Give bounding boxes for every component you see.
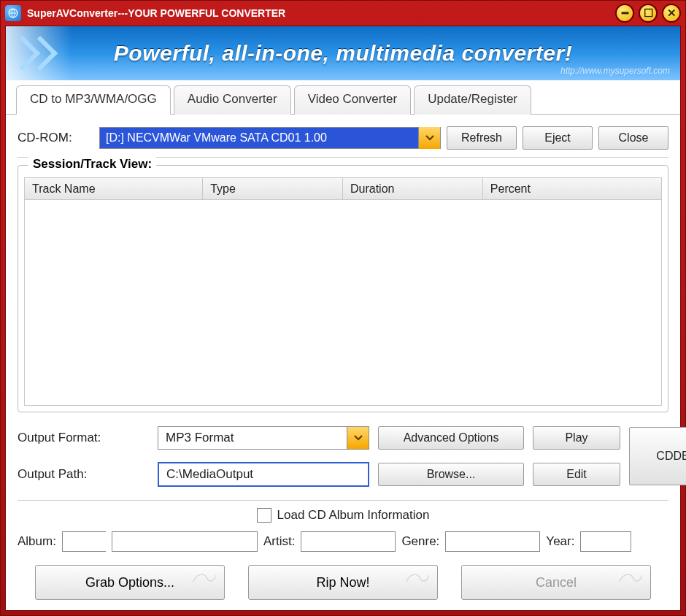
refresh-button[interactable]: Refresh — [447, 126, 517, 150]
banner-url: http://www.mysupersoft.com — [560, 66, 670, 76]
load-album-row: Load CD Album Information — [18, 508, 668, 523]
album-info-row: Album: Artist: Genre: Year: — [18, 531, 668, 552]
rip-now-label: Rip Now! — [316, 575, 369, 590]
swirl-icon — [405, 570, 430, 585]
window-controls: ━ ☐ ✕ — [615, 4, 681, 23]
track-table-body[interactable] — [25, 200, 661, 405]
output-format-select[interactable]: MP3 Format — [158, 426, 369, 450]
output-format-label: Output Format: — [18, 431, 149, 445]
play-button[interactable]: Play — [533, 426, 620, 450]
grab-options-label: Grab Options... — [85, 575, 174, 590]
close-window-button[interactable]: ✕ — [662, 4, 681, 23]
app-icon — [5, 5, 21, 21]
rip-now-button[interactable]: Rip Now! — [248, 565, 438, 600]
browse-button[interactable]: Browse... — [378, 463, 524, 486]
close-tray-button[interactable]: Close — [598, 126, 668, 150]
col-type[interactable]: Type — [203, 178, 343, 199]
session-track-title: Session/Track View: — [28, 157, 156, 172]
album-label: Album: — [18, 534, 56, 549]
content-area: Powerful, all-in-one, multimedia convert… — [5, 26, 681, 611]
cdrom-selected-value: [D:] NECVMWar VMware SATA CD01 1.00 — [100, 128, 418, 148]
cancel-button[interactable]: Cancel — [461, 565, 651, 600]
cdrom-dropdown-button[interactable] — [418, 127, 440, 149]
app-window: SuperAVConverter---YOUR POWERFUL CONVERT… — [0, 0, 686, 616]
titlebar[interactable]: SuperAVConverter---YOUR POWERFUL CONVERT… — [1, 1, 685, 26]
restore-button[interactable]: ☐ — [639, 4, 658, 23]
output-options: Output Format: MP3 Format Advanced Optio… — [18, 423, 668, 490]
output-path-label: Output Path: — [18, 467, 149, 482]
cd-panel: CD-ROM: [D:] NECVMWar VMware SATA CD01 1… — [6, 115, 680, 610]
minimize-button[interactable]: ━ — [615, 4, 634, 23]
year-input[interactable] — [580, 531, 631, 552]
load-album-label: Load CD Album Information — [277, 508, 430, 523]
window-title: SuperAVConverter---YOUR POWERFUL CONVERT… — [27, 7, 615, 19]
bottom-button-row: Grab Options... Rip Now! Cancel — [18, 565, 668, 600]
chevron-down-icon — [354, 435, 363, 441]
swirl-icon — [618, 570, 643, 585]
banner-chevrons-icon — [6, 26, 72, 80]
separator — [18, 500, 668, 501]
advanced-options-button[interactable]: Advanced Options — [378, 426, 524, 450]
year-label: Year: — [546, 534, 574, 549]
cdrom-row: CD-ROM: [D:] NECVMWar VMware SATA CD01 1… — [18, 122, 668, 158]
genre-input[interactable] — [445, 531, 540, 552]
tab-cd-to-mp3[interactable]: CD to MP3/WMA/OGG — [16, 85, 171, 115]
eject-button[interactable]: Eject — [523, 126, 593, 150]
artist-label: Artist: — [263, 534, 295, 549]
output-format-value: MP3 Format — [158, 427, 347, 449]
tab-audio-converter[interactable]: Audio Converter — [174, 85, 291, 115]
col-percent[interactable]: Percent — [483, 178, 661, 199]
cancel-label: Cancel — [536, 575, 577, 590]
output-format-dropdown-button[interactable] — [347, 427, 369, 449]
load-album-checkbox[interactable] — [257, 508, 271, 523]
track-table: Track Name Type Duration Percent — [24, 177, 662, 406]
track-table-header: Track Name Type Duration Percent — [25, 178, 661, 200]
banner: Powerful, all-in-one, multimedia convert… — [6, 26, 680, 80]
tab-video-converter[interactable]: Video Converter — [294, 85, 412, 115]
chevron-down-icon — [425, 135, 434, 141]
tab-bar: CD to MP3/WMA/OGG Audio Converter Video … — [6, 80, 680, 115]
album-index-spinner[interactable] — [62, 531, 106, 552]
swirl-icon — [192, 570, 217, 585]
artist-input[interactable] — [301, 531, 396, 552]
edit-button[interactable]: Edit — [533, 463, 620, 486]
col-track-name[interactable]: Track Name — [25, 178, 203, 199]
genre-label: Genre: — [401, 534, 439, 549]
grab-options-button[interactable]: Grab Options... — [35, 565, 225, 600]
cddb-button[interactable]: CDDB — [629, 427, 686, 485]
output-path-input[interactable]: C:\MediaOutput — [158, 462, 369, 487]
cdrom-select[interactable]: [D:] NECVMWar VMware SATA CD01 1.00 — [99, 127, 441, 149]
session-track-view-group: Session/Track View: Track Name Type Dura… — [18, 165, 668, 412]
tab-update-register[interactable]: Update/Register — [414, 85, 531, 115]
cdrom-label: CD-ROM: — [18, 131, 93, 145]
col-duration[interactable]: Duration — [343, 178, 483, 199]
album-name-input[interactable] — [112, 531, 258, 552]
banner-headline: Powerful, all-in-one, multimedia convert… — [114, 41, 572, 66]
